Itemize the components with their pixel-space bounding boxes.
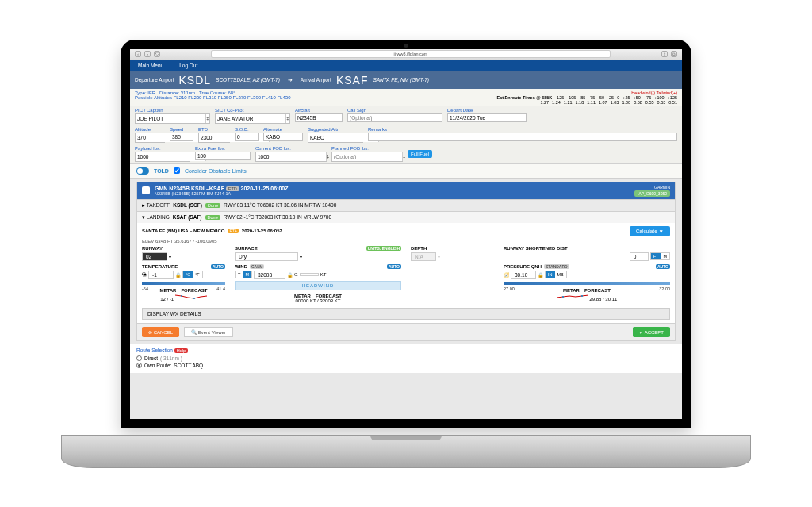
crew-row: PIC / Captain‡ SIC / Co-Pilot‡ Aircraft … — [130, 106, 682, 125]
lock-icon[interactable]: 🔒 — [287, 272, 293, 278]
airport-title: SANTA FE (NM) USA – NEW MEXICO — [142, 229, 224, 233]
curfob-input[interactable] — [256, 152, 326, 161]
laptop-notch — [370, 436, 442, 440]
told-body: SANTA FE (NM) USA – NEW MEXICO ETA 2020-… — [137, 223, 675, 323]
planfob-input[interactable] — [332, 152, 402, 161]
takeoff-row[interactable]: ▸ TAKEOFF KSDL (SCF) Done RWY 03 11°C T0… — [137, 199, 675, 211]
logout-link[interactable]: Log Out — [171, 63, 205, 68]
help-badge[interactable]: Help — [174, 348, 188, 353]
gust-input[interactable] — [300, 273, 319, 276]
auto-badge[interactable]: AUTO — [211, 264, 225, 269]
departure-loc: SCOTTSDALE, AZ (GMT-7) — [216, 77, 280, 83]
qnh-input[interactable]: 30.10 — [511, 271, 536, 279]
calm-badge[interactable]: CALM — [250, 264, 264, 269]
departure-code[interactable]: KSDL — [179, 74, 212, 86]
runway-select[interactable]: 02 — [142, 252, 167, 261]
runway-label: RUNWAY — [142, 246, 163, 251]
event-viewer-button[interactable]: 🔍 Event Viewer — [184, 327, 233, 337]
speed-label: Speed — [170, 127, 193, 132]
own-route-radio[interactable] — [136, 363, 142, 368]
svg-point-1 — [193, 298, 195, 299]
enroute-time: 1:18 — [576, 100, 584, 105]
arrival-label: Arrival Airport — [301, 77, 331, 83]
alternate-label: Alternate — [263, 127, 303, 132]
accept-button[interactable]: ✓ ACCEPT — [633, 327, 670, 337]
speed-input[interactable] — [170, 133, 193, 141]
callsign-label: Call Sign — [347, 108, 442, 113]
direct-label: Direct — [144, 355, 158, 361]
qnh-mf-val: 29.88 / 30.11 — [589, 297, 617, 302]
auto-badge[interactable]: AUTO — [387, 264, 401, 269]
enroute-time: 1:03 — [611, 100, 619, 105]
eta-badge: ETA — [228, 229, 238, 233]
back-button[interactable]: ‹ — [135, 51, 141, 57]
laptop-base — [61, 435, 751, 468]
sic-input[interactable] — [216, 114, 285, 123]
takeoff-wx: RWY 03 11°C T06802 KT 30.06 IN MRTW 1040… — [224, 202, 336, 208]
pic-label: PIC / Captain — [135, 108, 210, 113]
altitudes-link[interactable]: Possible Altitudes FL210 FL230 FL310 FL3… — [135, 95, 290, 100]
calculate-button[interactable]: Calculate ▼ — [630, 226, 670, 236]
obstacle-checkbox[interactable] — [174, 167, 180, 174]
garmin-badge: GARMIN IAP_G600_3050 — [634, 185, 670, 197]
main-menu-link[interactable]: Main Menu — [130, 63, 171, 68]
full-fuel-button[interactable]: Full Fuel — [408, 150, 432, 158]
chevron-down-icon: ▾ — [438, 254, 440, 259]
shortened-input[interactable]: 0 — [630, 252, 649, 261]
route-sel-title: Route Selection — [136, 348, 173, 353]
sob-input[interactable] — [235, 133, 259, 141]
dropdown-icon[interactable]: ‡ — [326, 152, 329, 161]
temp-unit-toggle[interactable]: °C°F — [182, 271, 203, 278]
chevron-down-icon[interactable]: ▾ — [300, 254, 302, 259]
wx-details-button[interactable]: DISPLAY WX DETAILS — [142, 308, 670, 320]
pic-input[interactable] — [136, 114, 205, 123]
eta-time: 2020-11-25 06:05Z — [242, 229, 282, 233]
extrafuel-input[interactable] — [195, 152, 251, 160]
alternate-input[interactable] — [263, 133, 303, 141]
aircraft-label: Aircraft — [295, 108, 343, 113]
arrival-code[interactable]: KSAF — [336, 74, 369, 86]
told-toggle[interactable] — [136, 167, 149, 175]
departure-label: Departure Airport — [135, 77, 174, 83]
lock-icon[interactable]: 🔒 — [538, 272, 543, 278]
landing-row[interactable]: ▾ LANDING KSAF (SAF) Done RWY 02 -1°C T3… — [137, 211, 675, 223]
forward-button[interactable]: › — [144, 51, 151, 57]
told-panel: GMN N2345B KSDL–KSAF ETD 2020-11-25 06:0… — [136, 182, 676, 341]
auto-badge[interactable]: AUTO — [656, 264, 670, 269]
enroute-time: 0:55 — [645, 100, 654, 105]
url-bar[interactable]: ii ww8.iflplan.com — [211, 50, 611, 58]
aircraft-input[interactable] — [295, 113, 343, 122]
app-window: Main Menu Log Out Departure Airport KSDL… — [130, 60, 682, 419]
takeoff-expand[interactable]: ▸ TAKEOFF — [142, 202, 170, 209]
qnh-slider[interactable]: 27.0032.00 — [504, 282, 670, 285]
dropdown-icon[interactable]: ‡ — [402, 152, 405, 161]
surface-label: SURFACE — [235, 246, 258, 251]
chevron-down-icon[interactable]: ▾ — [169, 254, 171, 259]
surface-select[interactable]: Dry — [235, 252, 298, 261]
landing-expand[interactable]: ▾ LANDING — [142, 214, 170, 221]
main-menubar: Main Menu Log Out — [130, 60, 682, 71]
shortened-unit-toggle[interactable]: FTM — [650, 252, 670, 260]
enroute-time: 1:07 — [599, 100, 607, 105]
cancel-button[interactable]: ⊘ CANCEL — [142, 327, 179, 337]
temp-input[interactable]: -1 — [148, 271, 174, 279]
direct-radio[interactable] — [136, 355, 142, 361]
std-badge[interactable]: STANDARD — [544, 264, 569, 269]
lock-icon[interactable]: 🔒 — [175, 272, 181, 278]
share-button[interactable]: ⇪ — [661, 51, 668, 57]
wind-input[interactable]: 32003 — [254, 271, 285, 279]
qnh-unit-toggle[interactable]: INMB — [545, 271, 567, 278]
temp-sparkline — [175, 293, 207, 301]
temp-slider[interactable]: -5441.4 — [142, 282, 225, 285]
dropdown-icon[interactable]: ‡ — [205, 114, 209, 123]
takeoff-airport: KSDL (SCF) — [173, 202, 202, 208]
dropdown-icon[interactable]: ‡ — [285, 114, 289, 123]
remarks-input[interactable] — [368, 133, 677, 141]
screen: ‹ › 🛡 ii ww8.iflplan.com ⇪ ⧉ Main Menu L… — [130, 49, 682, 419]
units-badge[interactable]: UNITS: ENGLISH — [366, 246, 401, 251]
tabs-button[interactable]: ⧉ — [671, 51, 677, 57]
wind-tm-toggle[interactable]: TM — [235, 271, 252, 278]
depdate-input[interactable] — [447, 113, 527, 122]
shield-icon[interactable]: 🛡 — [154, 51, 160, 57]
callsign-input[interactable] — [347, 113, 442, 122]
